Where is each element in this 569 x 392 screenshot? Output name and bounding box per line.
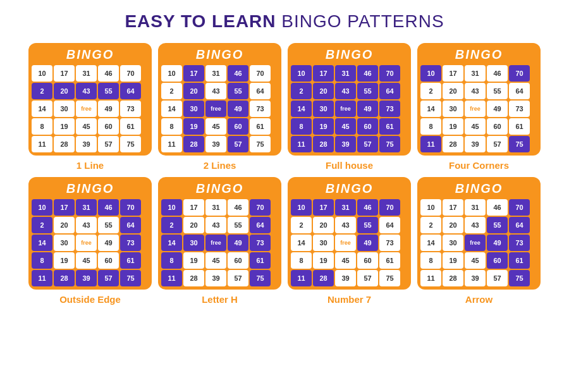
bingo-row: 1430free4973 [420, 101, 537, 117]
bingo-row: 1017314670 [161, 199, 278, 216]
card-title-arrow: BINGO [420, 180, 537, 198]
cell: 28 [183, 270, 204, 286]
cell: 11 [161, 136, 182, 152]
bingo-row: 1017314670 [420, 65, 537, 82]
cell: 8 [420, 252, 441, 269]
cell: 45 [465, 252, 486, 269]
cell: 8 [291, 252, 312, 269]
card-number-7: BINGO10173146702204355641430free49738194… [288, 177, 411, 305]
bingo-row: 220435564 [420, 83, 537, 99]
cell: 64 [250, 217, 271, 233]
bingo-row: 819456061 [32, 118, 149, 135]
cell: 11 [32, 136, 52, 152]
cell: 30 [313, 235, 334, 251]
cell: free [465, 101, 486, 117]
card-title-two-lines: BINGO [161, 46, 278, 64]
cell: 61 [120, 252, 141, 269]
cell: 17 [443, 199, 463, 216]
cell: 2 [32, 83, 52, 99]
card-two-lines: BINGO10173146702204355641430free49738194… [158, 43, 281, 171]
bingo-card-number-7: BINGO10173146702204355641430free49738194… [288, 177, 411, 290]
cell: 70 [379, 199, 400, 216]
cell: 46 [357, 199, 378, 216]
cell: 31 [205, 199, 226, 216]
cell: 49 [487, 101, 508, 117]
cell: 14 [161, 101, 182, 117]
bingo-row: 1128395775 [291, 270, 408, 286]
cell: free [335, 101, 356, 117]
cell: 39 [205, 270, 226, 286]
main-title: EASY TO LEARN BINGO PATTERNS [125, 11, 444, 32]
cell: 61 [250, 252, 271, 269]
page: EASY TO LEARN BINGO PATTERNS BINGO101731… [0, 0, 569, 392]
cell: 73 [120, 101, 141, 117]
bingo-row: 1430free4973 [161, 101, 278, 117]
cell: 46 [487, 199, 508, 216]
cell: 43 [205, 83, 226, 99]
bingo-card-arrow: BINGO10173146702204355641430free49738194… [417, 177, 541, 290]
cell: 75 [250, 270, 271, 286]
cell: 61 [379, 252, 400, 269]
cell: 45 [205, 118, 226, 135]
cell: 55 [357, 217, 378, 233]
cell: 75 [379, 270, 400, 286]
cell: 19 [313, 252, 334, 269]
cell: 31 [76, 65, 97, 82]
bingo-row: 1017314670 [32, 65, 149, 82]
cell: 60 [98, 252, 119, 269]
cell: 46 [228, 65, 248, 82]
bingo-row: 819456061 [420, 118, 537, 135]
cell: 70 [250, 65, 271, 82]
cell: 17 [54, 65, 75, 82]
cell: 30 [183, 101, 204, 117]
cell: 39 [465, 270, 486, 286]
cell: 70 [120, 65, 141, 82]
cell: 60 [357, 118, 378, 135]
cell: 55 [487, 83, 508, 99]
cell: 30 [183, 235, 204, 251]
cell: free [205, 101, 226, 117]
bingo-row: 1128395775 [291, 136, 408, 152]
cell: 70 [120, 199, 141, 216]
bingo-row: 1017314670 [32, 199, 149, 216]
cell: 39 [76, 136, 97, 152]
cell: 57 [487, 270, 508, 286]
bingo-row: 819456061 [32, 252, 149, 269]
cell: 64 [509, 217, 530, 233]
cell: 43 [76, 217, 97, 233]
bingo-row: 1128395775 [161, 136, 278, 152]
card-four-corners: BINGO10173146702204355641430free49738194… [417, 43, 541, 171]
bingo-row: 1430free4973 [32, 235, 149, 251]
card-label-letter-h: Letter H [202, 294, 238, 305]
cell: 45 [335, 252, 356, 269]
cell: 43 [335, 217, 356, 233]
cell: 20 [54, 217, 75, 233]
cell: free [76, 235, 97, 251]
cell: 8 [32, 252, 52, 269]
cell: 49 [228, 235, 248, 251]
card-title-one-line: BINGO [32, 46, 149, 64]
cell: 64 [379, 217, 400, 233]
cell: 45 [205, 252, 226, 269]
cell: 19 [54, 252, 75, 269]
cell: 45 [76, 252, 97, 269]
bingo-card-letter-h: BINGO10173146702204355641430free49738194… [158, 177, 281, 290]
cell: 11 [420, 270, 441, 286]
cell: 28 [313, 136, 334, 152]
bingo-grid-letter-h: 10173146702204355641430free4973819456061… [161, 199, 278, 286]
cell: 57 [98, 136, 119, 152]
cell: 46 [487, 65, 508, 82]
bingo-grid-outside-edge: 10173146702204355641430free4973819456061… [32, 199, 149, 286]
bottom-row: BINGO10173146702204355641430free49738194… [28, 177, 541, 305]
cell: 39 [205, 136, 226, 152]
cell: 60 [98, 118, 119, 135]
bingo-row: 220435564 [32, 83, 149, 99]
bingo-row: 819456061 [161, 118, 278, 135]
bingo-row: 220435564 [420, 217, 537, 233]
bingo-card-four-corners: BINGO10173146702204355641430free49738194… [417, 43, 541, 156]
cell: 75 [509, 270, 530, 286]
cell: 46 [357, 65, 378, 82]
cell: 14 [291, 235, 312, 251]
cell: 10 [161, 199, 182, 216]
cell: 57 [228, 136, 248, 152]
